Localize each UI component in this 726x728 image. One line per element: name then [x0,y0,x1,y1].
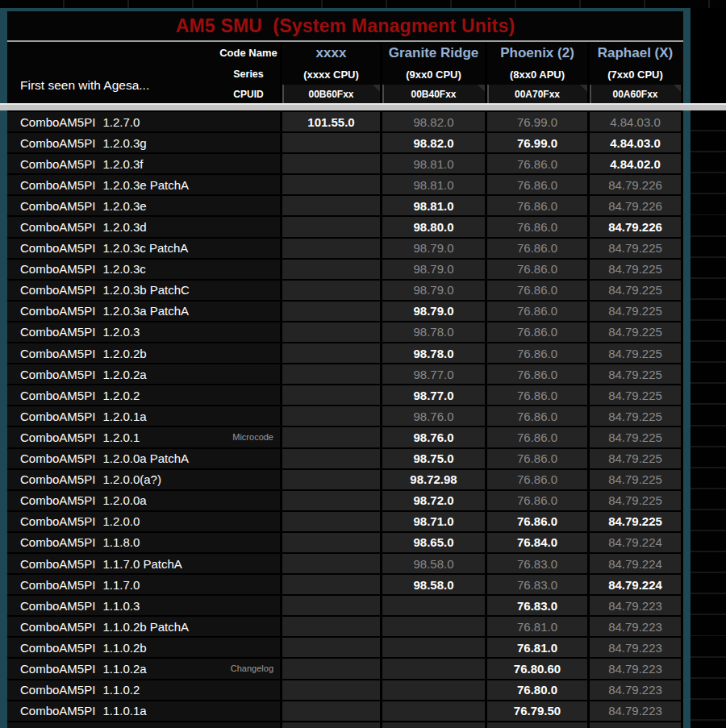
agesa-version-cell[interactable]: ComboAM5PI 1.2.0.2b [7,343,280,363]
agesa-version-cell[interactable]: ComboAM5PI 1.2.0.3e [7,196,280,215]
agesa-version-cell[interactable]: ComboAM5PI 1.1.7.0 PatchA [7,554,280,573]
smu-cell-xxxx[interactable] [280,617,380,636]
agesa-version-cell[interactable]: ComboAM5PI 1.2.0.3g [7,133,280,152]
smu-cell-xxxx[interactable] [280,302,380,321]
agesa-version-cell[interactable]: ComboAM5PI 1.2.0.3b PatchC [7,281,280,300]
smu-cell-raphael[interactable]: 84.79.225 [587,385,681,405]
smu-cell-granite-ridge[interactable]: 98.79.0 [380,260,485,279]
smu-cell-phoenix[interactable]: 76.83.0 [485,554,587,573]
smu-cell-xxxx[interactable] [280,554,380,573]
agesa-version-cell[interactable]: ComboAM5PI 1.1.0.2b PatchA [7,617,280,636]
smu-cell-xxxx[interactable] [280,364,380,384]
smu-cell-xxxx[interactable] [280,406,380,426]
smu-cell-granite-ridge[interactable]: 98.72.98 [380,470,485,489]
smu-cell-granite-ridge[interactable]: 98.79.0 [380,302,485,321]
smu-cell-phoenix[interactable]: 76.86.0 [485,260,587,279]
smu-cell-xxxx[interactable] [280,449,380,468]
smu-cell-granite-ridge[interactable] [380,701,485,721]
smu-cell-granite-ridge[interactable]: 98.78.0 [380,322,485,342]
agesa-version-cell[interactable]: ComboAM5PI 1.2.0.3a PatchA [7,302,280,321]
smu-cell-phoenix[interactable]: 76.86.0 [485,281,587,300]
smu-cell-raphael[interactable]: 84.79.225 [587,449,681,468]
smu-cell-phoenix[interactable]: 76.86.0 [485,449,587,468]
smu-cell-xxxx[interactable] [280,260,380,279]
smu-cell-granite-ridge[interactable] [380,680,485,700]
cpuid-row-label[interactable]: CPUID [217,85,280,103]
agesa-version-cell[interactable]: ComboAM5PI 1.2.0.3d [7,217,280,236]
smu-cell-granite-ridge[interactable]: 98.80.0 [380,217,485,236]
agesa-version-cell[interactable]: ComboAM5PI 1.2.0.1a [7,406,280,426]
smu-cell-granite-ridge[interactable]: 98.81.0 [380,154,485,173]
smu-cell-xxxx[interactable]: 101.55.0 [280,112,380,131]
agesa-version-cell[interactable]: ComboAM5PI 1.2.0.0(a?) [7,470,280,489]
smu-cell-xxxx[interactable] [280,680,380,700]
agesa-version-cell[interactable]: ComboAM5PI 1.1.0.2a Changelog [7,659,280,678]
smu-cell-phoenix[interactable]: 76.84.0 [485,533,587,552]
smu-cell-raphael[interactable]: 84.79.225 [587,470,681,489]
smu-cell-granite-ridge[interactable] [380,722,485,728]
smu-cell-raphael[interactable]: 84.79.225 [587,491,681,510]
smu-cell-raphael[interactable]: 84.79.225 [587,239,681,258]
smu-cell-raphael[interactable]: 84.79.225 [587,281,681,300]
smu-cell-phoenix[interactable]: 76.86.0 [485,175,587,194]
smu-cell-phoenix[interactable]: 76.99.0 [485,133,587,152]
smu-cell-xxxx[interactable] [280,659,380,678]
smu-cell-xxxx[interactable] [280,722,380,728]
agesa-version-cell[interactable] [7,722,280,728]
agesa-version-cell[interactable]: ComboAM5PI 1.2.0.2 [7,385,280,405]
smu-cell-granite-ridge[interactable]: 98.82.0 [380,133,485,152]
series-cell[interactable]: (xxxx CPU) [282,64,380,85]
smu-cell-raphael[interactable]: 84.79.225 [587,260,681,279]
code-name-cell[interactable]: Phoenix (2) [487,42,587,64]
smu-cell-granite-ridge[interactable]: 98.77.0 [380,364,485,384]
smu-cell-raphael[interactable]: 84.79.226 [587,217,681,236]
smu-cell-xxxx[interactable] [280,385,380,405]
smu-cell-phoenix[interactable]: 76.86.0 [485,427,587,447]
smu-cell-phoenix[interactable]: 76.86.0 [485,154,587,173]
code-name-cell[interactable]: Raphael (X) [590,42,681,64]
smu-cell-raphael[interactable]: 84.79.225 [587,343,681,363]
smu-cell-raphael[interactable]: 84.79.225 [587,406,681,426]
series-cell[interactable]: (8xx0 APU) [487,64,587,85]
smu-cell-phoenix[interactable]: 76.86.0 [485,470,587,489]
smu-cell-xxxx[interactable] [280,322,380,342]
smu-cell-granite-ridge[interactable]: 98.78.0 [380,343,485,363]
smu-cell-raphael[interactable]: 4.84.03.0 [587,112,681,131]
smu-cell-phoenix[interactable]: 76.86.0 [485,196,587,215]
smu-cell-xxxx[interactable] [280,491,380,510]
smu-cell-raphael[interactable]: 84.79.224 [587,575,681,594]
smu-cell-phoenix[interactable]: 76.86.0 [485,302,587,321]
smu-cell-xxxx[interactable] [280,239,380,258]
smu-cell-granite-ridge[interactable] [380,638,485,657]
smu-cell-xxxx[interactable] [280,217,380,236]
smu-cell-phoenix[interactable]: 76.80.0 [485,680,587,700]
agesa-version-cell[interactable]: ComboAM5PI 1.1.0.3 [7,596,280,615]
smu-cell-phoenix[interactable]: 76.86.0 [485,406,587,426]
smu-cell-granite-ridge[interactable]: 98.79.0 [380,239,485,258]
smu-cell-phoenix[interactable]: 76.86.0 [485,322,587,342]
smu-cell-phoenix[interactable]: 76.81.0 [485,617,587,636]
smu-cell-granite-ridge[interactable] [380,596,485,615]
cpuid-cell[interactable]: 00A70Fxx [487,85,587,103]
agesa-version-cell[interactable]: ComboAM5PI 1.2.0.0 [7,512,280,531]
smu-cell-phoenix[interactable]: 76.79.50 [485,701,587,721]
smu-cell-raphael[interactable]: 84.79.225 [587,512,681,531]
agesa-version-cell[interactable]: ComboAM5PI 1.1.0.2 [7,680,280,700]
series-cell[interactable]: (9xx0 CPU) [382,64,485,85]
smu-cell-raphael[interactable]: 84.79.223 [587,701,681,721]
agesa-version-cell[interactable]: ComboAM5PI 1.2.0.0a [7,491,280,510]
smu-cell-granite-ridge[interactable]: 98.75.0 [380,449,485,468]
agesa-version-cell[interactable]: ComboAM5PI 1.1.0.1a [7,701,280,721]
smu-cell-xxxx[interactable] [280,701,380,721]
smu-cell-phoenix[interactable]: 76.86.0 [485,343,587,363]
agesa-version-cell[interactable]: ComboAM5PI 1.2.7.0 [7,112,280,131]
agesa-version-cell[interactable]: ComboAM5PI 1.2.0.0a PatchA [7,449,280,468]
smu-cell-xxxx[interactable] [280,343,380,363]
smu-cell-xxxx[interactable] [280,638,380,657]
smu-cell-raphael[interactable]: 84.79.225 [587,364,681,384]
smu-cell-granite-ridge[interactable] [380,617,485,636]
smu-cell-granite-ridge[interactable]: 98.79.0 [380,281,485,300]
smu-cell-phoenix[interactable]: 76.86.0 [485,385,587,405]
agesa-version-cell[interactable]: ComboAM5PI 1.1.7.0 [7,575,280,594]
smu-cell-raphael[interactable]: 84.79.225 [587,302,681,321]
